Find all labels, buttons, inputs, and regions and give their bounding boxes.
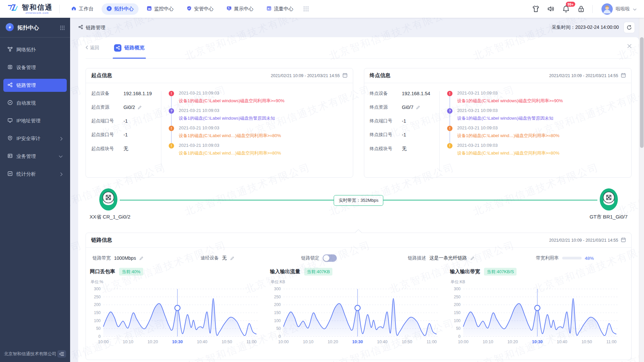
back-button[interactable]: 返回 <box>86 45 99 51</box>
svg-text:10:00: 10:00 <box>278 340 288 344</box>
svg-text:10:40: 10:40 <box>377 340 387 344</box>
end-panel-daterange[interactable]: 2021/02/21 10:09 - 2021/03/21 14:55 <box>549 73 626 79</box>
ip-address-icon <box>7 118 13 124</box>
sidebar-collapse-icon[interactable] <box>57 350 66 358</box>
svg-text:10:00: 10:00 <box>458 340 469 344</box>
svg-text:10:30: 10:30 <box>172 340 183 344</box>
calendar-icon <box>342 73 347 79</box>
brand-logo[interactable]: 智和信通 zhtelecom.com <box>7 3 53 15</box>
link-topology-view: XX省 CR_1_Gi0/2 GT市 BR1_Gi0/7 实时带宽：352Mbp… <box>86 182 632 233</box>
alarm-event: ! 2021-03-21 10:09:03 设备1的磁盘(C:\Label wi… <box>457 125 626 139</box>
module-grid-icon[interactable] <box>60 25 65 30</box>
chevron-down-icon <box>633 6 637 12</box>
sound-icon[interactable] <box>547 5 555 13</box>
major-alarm-icon: ! <box>447 126 452 131</box>
nav-item-traffic-center[interactable]: 流量中心 <box>262 3 298 14</box>
link-panel-daterange[interactable]: 2021/02/21 10:09 - 2021/03/21 14:55 <box>549 237 626 243</box>
svg-text:250: 250 <box>454 295 461 299</box>
sidebar-item-business-management[interactable]: 业务管理 <box>3 150 67 163</box>
sidebar-item-network-topology[interactable]: 网络拓扑 <box>3 43 67 56</box>
sidebar-item-link-management[interactable]: 链路管理 <box>3 79 67 92</box>
svg-text:10:20: 10:20 <box>507 340 518 344</box>
notifications-icon[interactable]: 99+ <box>562 5 570 13</box>
edit-pencil-icon[interactable] <box>230 256 234 260</box>
brand-domain: zhtelecom.com <box>25 12 49 14</box>
svg-text:10:00: 10:00 <box>98 340 108 344</box>
tab-label: 链路概览 <box>124 45 145 51</box>
lock-icon[interactable] <box>577 5 585 13</box>
svg-text:10:50: 10:50 <box>222 340 232 344</box>
edit-pencil-icon[interactable] <box>138 105 142 110</box>
device-management-icon <box>7 64 13 71</box>
nav-item-security-center[interactable]: 安管中心 <box>182 3 218 14</box>
edit-pencil-icon[interactable] <box>139 256 144 260</box>
start-alarm-timeline: ! 2021-03-21 10:09:03 设备1的磁盘(C:\Label wi… <box>169 90 347 177</box>
utilization-progress-bar <box>562 257 582 259</box>
field-end-device: 终点设备192.168.1.54 <box>370 90 439 97</box>
end-fields: 终点设备192.168.1.54 终点资源Gi0/7 终点端口号-1 终点接口号… <box>370 90 439 177</box>
workbench-icon <box>71 6 76 12</box>
divider <box>0 37 70 38</box>
svg-text:300: 300 <box>274 287 281 291</box>
start-panel-daterange[interactable]: 2021/02/21 10:09 - 2021/03/21 14:55 <box>271 73 347 79</box>
display-center-icon <box>226 6 232 12</box>
end-alarm-timeline: ! 2021-03-21 10:09:03 设备1的磁盘(C:\Label wi… <box>447 90 626 177</box>
nav-item-display-center[interactable]: 展示中心 <box>222 3 258 14</box>
field-end-module: 终点模块号无 <box>370 145 439 152</box>
field-via-device: 途经设备 无 <box>201 255 301 261</box>
major-alarm-icon: ! <box>169 126 174 131</box>
user-menu[interactable]: 啦啦啦 <box>601 3 637 15</box>
refresh-button[interactable] <box>624 22 635 33</box>
field-start-device: 起点设备192.168.1.19 <box>91 90 161 97</box>
svg-text:150: 150 <box>274 310 281 315</box>
sidebar-item-auto-discovery[interactable]: 自动发现 <box>3 97 67 110</box>
nav-item-topology-center[interactable]: 拓扑中心 <box>102 3 139 15</box>
edit-pencil-icon[interactable] <box>416 105 420 110</box>
calendar-icon <box>621 237 626 243</box>
monitor-center-icon <box>147 6 152 12</box>
warning-alarm-icon: ! <box>169 143 174 148</box>
close-icon[interactable] <box>627 44 632 48</box>
chart-title: 网口丢包率 <box>90 268 115 275</box>
link-breadcrumb-icon <box>78 24 83 31</box>
sidebar-item-statistics-analysis[interactable]: 统计分析 <box>3 168 67 181</box>
tab-link-overview[interactable]: 链路概览 <box>114 37 145 58</box>
nav-item-monitor-center[interactable]: 监控中心 <box>142 3 178 14</box>
start-node-icon[interactable] <box>99 188 118 211</box>
svg-text:10:20: 10:20 <box>148 340 158 344</box>
content-area: 链路管理 采集时间：2023-02-24 14:00:00 返回 <box>70 18 639 362</box>
sidebar-item-ip-address-management[interactable]: IP地址管理 <box>3 114 67 127</box>
link-fields-row: 链路带宽 1000Mbps 途经设备 无 链路锁定 链路描述 <box>86 248 631 262</box>
breadcrumb[interactable]: 链路管理 <box>78 24 105 31</box>
theme-skin-icon[interactable] <box>532 5 540 13</box>
edit-pencil-icon[interactable] <box>470 256 475 260</box>
in-out-traffic-plot: 05010015020025030010:0010:1010:2010:3010… <box>270 286 450 346</box>
in-out-traffic-chart: 输入输出流量 当前:407KB 单位:KB 050100150200250300… <box>270 268 450 346</box>
field-start-resource: 起点资源Gi0/2 <box>91 104 161 110</box>
alarm-event: ? 2021-03-21 10:09:03 设备1的磁盘(C:\Label wi… <box>457 108 626 121</box>
end-node-icon[interactable] <box>599 188 618 211</box>
utilization-percent: 48% <box>585 256 594 261</box>
svg-text:10:50: 10:50 <box>582 340 592 344</box>
sidebar-footer: 北京智和信通技术有限公司 <box>0 346 70 362</box>
charts-row: 网口丢包率 当前:40% 单位:% 05010015020025030010:0… <box>86 262 631 346</box>
divider <box>59 5 60 13</box>
field-end-interface: 终点接口号-1 <box>370 132 439 138</box>
chart-unit: 单位:KB <box>271 279 450 285</box>
apps-grid-icon[interactable] <box>304 6 309 11</box>
notification-badge: 99+ <box>566 2 575 7</box>
auto-discovery-icon <box>7 100 13 106</box>
brand-name: 智和信通 <box>22 4 53 11</box>
chart-current-badge: 当前:40% <box>119 268 143 276</box>
divider <box>439 91 440 171</box>
sidebar-item-ip-security-audit[interactable]: IP安全审计 <box>3 132 67 145</box>
link-lock-toggle[interactable] <box>323 254 337 262</box>
link-management-icon <box>7 82 13 88</box>
end-node-label: GT市 BR1_Gi0/7 <box>590 214 628 220</box>
nav-item-workbench[interactable]: 工作台 <box>66 3 98 14</box>
svg-text:10:30: 10:30 <box>352 340 363 344</box>
app-root: 智和信通 zhtelecom.com 工作台 拓扑中心 监控中心 <box>0 0 644 362</box>
field-start-port: 起点端口号-1 <box>91 118 161 124</box>
sidebar-item-device-management[interactable]: 设备管理 <box>3 61 67 74</box>
scrollbar-thumb[interactable] <box>640 37 644 148</box>
